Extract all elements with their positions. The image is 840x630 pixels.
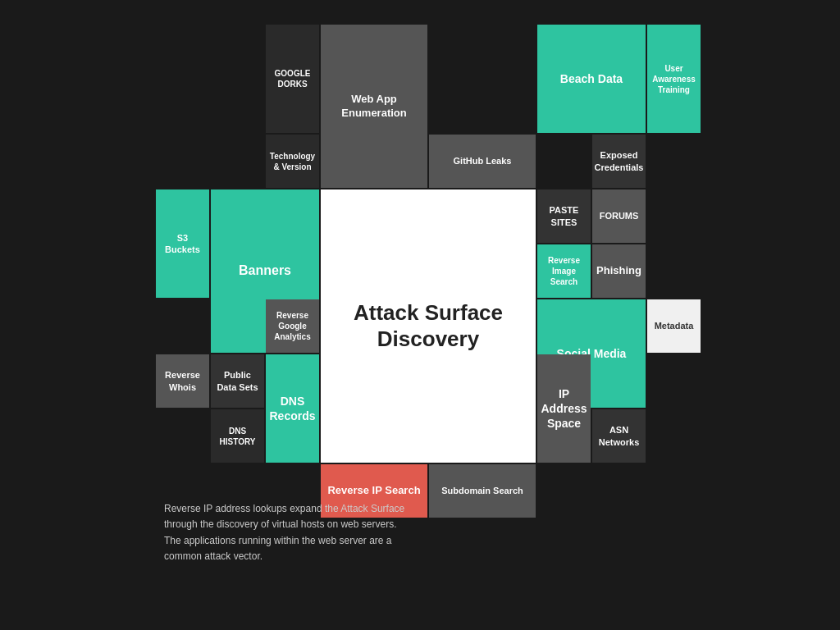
phishing-tile[interactable]: Phishing xyxy=(592,244,646,298)
empty-r1c1 xyxy=(156,25,209,78)
empty-r8c8 xyxy=(647,409,701,463)
empty-r7c8 xyxy=(647,354,701,408)
empty-r9c7 xyxy=(592,464,646,518)
empty-r8c1 xyxy=(156,409,209,463)
empty-r4c8 xyxy=(647,189,701,243)
empty-r9c8 xyxy=(647,464,701,518)
github-leaks-tile[interactable]: GitHub Leaks xyxy=(429,135,536,188)
description-text: Reverse IP address lookups expand the At… xyxy=(164,501,410,564)
rev-google-tile[interactable]: Reverse Google Analytics xyxy=(266,299,319,353)
reverse-whois-tile[interactable]: Reverse Whois xyxy=(156,354,209,408)
rev-image-tile[interactable]: Reverse Image Search xyxy=(537,244,591,298)
dns-history-tile[interactable]: DNS HISTORY xyxy=(211,409,264,463)
subdomain-tile[interactable]: Subdomain Search xyxy=(429,464,536,518)
empty-r1c5 xyxy=(429,25,536,78)
attack-surface-title: Attack Surface Discovery xyxy=(321,189,536,463)
asn-tile[interactable]: ASN Networks xyxy=(592,409,646,463)
empty-r3c6 xyxy=(537,135,591,188)
empty-r3c1 xyxy=(156,135,209,188)
ip-space-tile[interactable]: IP Address Space xyxy=(537,354,591,463)
paste-sites-tile[interactable]: PASTE SITES xyxy=(537,189,591,243)
empty-r6c1 xyxy=(156,299,209,353)
pub-data-tile[interactable]: Public Data Sets xyxy=(211,354,264,408)
dns-records-tile[interactable]: DNS Records xyxy=(266,354,319,463)
google-dorks-tile[interactable]: GOOGLE DORKS xyxy=(266,25,319,133)
empty-r2c5 xyxy=(429,80,536,133)
empty-r2c1 xyxy=(156,80,209,133)
empty-r9c6 xyxy=(537,464,591,518)
metadata-tile[interactable]: Metadata xyxy=(647,299,701,353)
empty-r1c2 xyxy=(211,25,264,78)
beach-data-tile[interactable]: Beach Data xyxy=(537,25,646,133)
empty-r5c1 xyxy=(156,244,209,298)
tech-version-tile[interactable]: Technology & Version xyxy=(266,135,319,188)
web-app-tile[interactable]: Web App Enumeration xyxy=(321,25,427,188)
empty-r3c8 xyxy=(647,135,701,188)
forums-tile[interactable]: FORUMS xyxy=(592,189,646,243)
attack-surface-grid: GOOGLE DORKS Web App Enumeration Beach D… xyxy=(156,25,701,518)
exposed-creds-tile[interactable]: Exposed Credentials xyxy=(592,135,646,188)
empty-r2c2 xyxy=(211,80,264,133)
empty-r5c8 xyxy=(647,244,701,298)
user-awareness-tile[interactable]: User Awareness Training xyxy=(647,25,701,133)
empty-r3c2 xyxy=(211,135,264,188)
